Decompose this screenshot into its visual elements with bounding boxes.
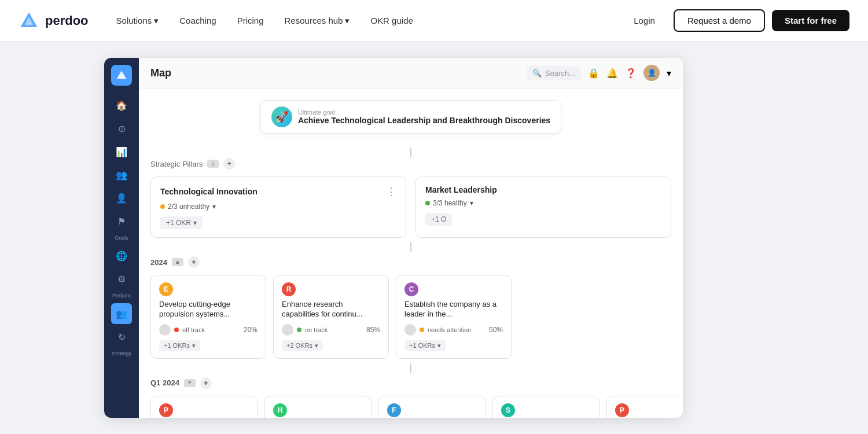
okr-card-q1-0: P Launch a monthly internal innovation c… <box>150 396 258 418</box>
pillar-okr-tag-1[interactable]: +1 O <box>425 213 452 226</box>
sidebar: 🏠 ⊙ 📊 👥 👤 ⚑ Goals 🌐 ⚙ Perform 👥 ↻ Strate… <box>104 58 139 418</box>
sidebar-goals[interactable]: ⊙ <box>111 118 132 139</box>
request-demo-button[interactable]: Request a demo <box>674 9 765 32</box>
okr-sub-2024-0[interactable]: +1 OKRs ▾ <box>159 340 200 351</box>
okr-card-q1-1: H Enhance the skills and expertise of th… <box>264 396 372 418</box>
avatar[interactable]: 👤 <box>643 65 660 81</box>
okr-avatar-q1-0: P <box>159 403 173 417</box>
sidebar-perform-label: Perform <box>112 293 131 299</box>
ultimate-goal-title: Achieve Technological Leadership and Bre… <box>298 116 550 125</box>
add-quarter-button[interactable]: + <box>200 377 212 389</box>
okr-title-2024-0: Develop cutting-edge propulsion systems.… <box>159 300 258 319</box>
pillar-okr-tag-0[interactable]: +1 OKR ▾ <box>160 216 203 229</box>
bell-icon[interactable]: 🔔 <box>606 68 618 79</box>
year-icon: ≡ <box>172 258 183 266</box>
sidebar-chart[interactable]: 📊 <box>111 141 132 162</box>
okr-avatar-2024-2: C <box>404 282 418 296</box>
map-content: 🚀 Ultimate goal Achieve Technological Le… <box>139 89 683 418</box>
okr-card-q1-2: F Increase the research and development … <box>378 396 486 418</box>
sidebar-strategy-cycle[interactable]: ↻ <box>111 326 132 347</box>
add-year-button[interactable]: + <box>188 256 200 268</box>
okr-row-q1: P Launch a monthly internal innovation c… <box>150 396 671 418</box>
okr-meta-2024-0: off track 20% <box>159 324 258 336</box>
sidebar-strategy-people[interactable]: 👥 <box>111 303 132 324</box>
chevron-status-0[interactable]: ▾ <box>212 203 216 211</box>
okr-title-2024-1: Enhance research capabilities for contin… <box>282 300 380 319</box>
sidebar-home[interactable]: 🏠 <box>111 95 132 116</box>
nav-links: Solutions ▾ Coaching Pricing Resources h… <box>107 11 618 31</box>
connector-3 <box>150 363 671 373</box>
sidebar-strategy-label: Strategy <box>112 351 131 356</box>
sidebar-globe[interactable]: 🌐 <box>111 245 132 266</box>
okr-avatar-2024-0: E <box>159 282 173 296</box>
svg-marker-2 <box>117 71 126 79</box>
chevron-status-1[interactable]: ▾ <box>470 199 473 207</box>
pillars-row: Technological Innovation ⋮ 2/3 unhealthy… <box>150 176 671 238</box>
status-dot-green-1 <box>425 201 430 205</box>
navbar: perdoo Solutions ▾ Coaching Pricing Reso… <box>0 0 868 42</box>
okr-avatar-q1-3: S <box>501 403 515 417</box>
ultimate-goal-label: Ultimate goal <box>298 109 550 116</box>
okr-meta-2024-2: needs attention 50% <box>404 324 503 336</box>
nav-solutions[interactable]: Solutions ▾ <box>107 11 168 31</box>
sidebar-people[interactable]: 👥 <box>111 164 132 185</box>
year-row-2024: 2024 ≡ + <box>150 256 671 268</box>
avatar-chevron[interactable]: ▾ <box>667 68 671 79</box>
logo-icon <box>19 10 39 31</box>
okr-row-2024: E Develop cutting-edge propulsion system… <box>150 275 671 359</box>
pillar-title-0: Technological Innovation <box>160 187 258 196</box>
chevron-down-icon-2: ▾ <box>345 16 350 26</box>
logo-text: perdoo <box>45 13 89 28</box>
app-title: Map <box>150 67 527 79</box>
okr-avatar-q1-2: F <box>387 403 401 417</box>
pillars-icon: ≡ <box>207 160 219 168</box>
connector-1 <box>150 148 671 157</box>
pillar-title-1: Market Leadership <box>425 185 497 194</box>
quarter-icon: ≡ <box>184 379 196 387</box>
app-header-actions: 🔍 Search... 🔒 🔔 ❓ 👤 ▾ <box>527 65 671 81</box>
okr-owner-icon-2024-1 <box>282 324 293 336</box>
pillar-status-1: 3/3 healthy ▾ <box>425 199 661 207</box>
nav-actions: Login Request a demo Start for free <box>622 9 849 32</box>
okr-avatar-q1-4: P <box>615 403 629 417</box>
search-box[interactable]: 🔍 Search... <box>527 66 581 80</box>
strategic-pillars-header: Strategic Pillars ≡ + <box>150 158 671 170</box>
sidebar-logo[interactable] <box>111 65 132 86</box>
okr-meta-2024-1: on track 85% <box>282 324 380 336</box>
sidebar-gear[interactable]: ⚙ <box>111 269 132 289</box>
okr-card-2024-0: E Develop cutting-edge propulsion system… <box>150 275 266 359</box>
nav-resources-hub[interactable]: Resources hub ▾ <box>275 11 359 31</box>
sidebar-person[interactable]: 👤 <box>111 187 132 208</box>
nav-pricing[interactable]: Pricing <box>228 11 273 30</box>
chevron-down-icon: ▾ <box>154 16 159 26</box>
app-main: Map 🔍 Search... 🔒 🔔 ❓ 👤 ▾ <box>139 58 683 418</box>
login-button[interactable]: Login <box>622 10 667 31</box>
pillar-card-1: Market Leadership 3/3 healthy ▾ +1 O <box>415 176 671 238</box>
search-placeholder: Search... <box>545 69 575 78</box>
pillar-more-0[interactable]: ⋮ <box>386 185 396 198</box>
ultimate-goal: 🚀 Ultimate goal Achieve Technological Le… <box>150 100 671 134</box>
okr-card-q1-4: P Create a m... oriented cu... needs at.… <box>606 396 683 418</box>
sidebar-goals-label: Goals <box>115 235 128 241</box>
main-content: 🏠 ⊙ 📊 👥 👤 ⚑ Goals 🌐 ⚙ Perform 👥 ↻ Strate… <box>0 42 868 434</box>
add-pillar-button[interactable]: + <box>223 158 235 170</box>
pillar-card-0: Technological Innovation ⋮ 2/3 unhealthy… <box>150 176 406 238</box>
goal-info: Ultimate goal Achieve Technological Lead… <box>298 109 550 125</box>
logo[interactable]: perdoo <box>19 10 89 31</box>
sidebar-flag[interactable]: ⚑ <box>111 211 132 231</box>
pillar-header-1: Market Leadership <box>425 185 661 194</box>
okr-sub-2024-1[interactable]: +2 OKRs ▾ <box>282 340 323 351</box>
chevron-sub-0: ▾ <box>192 342 196 350</box>
nav-coaching[interactable]: Coaching <box>170 11 225 30</box>
start-free-button[interactable]: Start for free <box>772 10 849 31</box>
okr-card-2024-2: C Establish the company as a leader in t… <box>396 275 512 359</box>
okr-sub-2024-2[interactable]: +1 OKRs ▾ <box>404 340 446 351</box>
strategic-pillars-label: Strategic Pillars <box>150 160 203 168</box>
okr-owner-icon-2024-2 <box>404 324 416 336</box>
help-icon[interactable]: ❓ <box>625 68 637 79</box>
pillar-status-0: 2/3 unhealthy ▾ <box>160 203 396 211</box>
connector-2 <box>150 242 671 252</box>
okr-card-2024-1: R Enhance research capabilities for cont… <box>273 275 389 359</box>
okr-status-dot-2024-2 <box>420 328 424 332</box>
nav-okr-guide[interactable]: OKR guide <box>361 11 422 30</box>
